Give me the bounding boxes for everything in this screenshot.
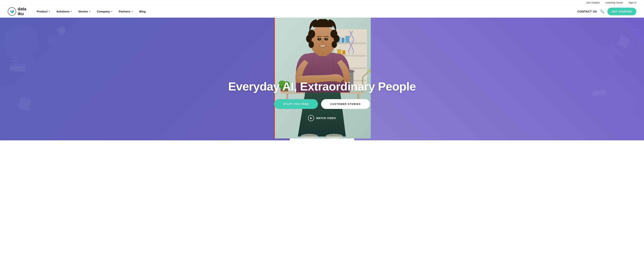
join-link[interactable]: Join Dataiku — [586, 1, 600, 4]
customer-stories-button[interactable]: CUSTOMER STORIES — [321, 99, 370, 109]
svg-rect-2 — [335, 42, 366, 44]
nav-blog[interactable]: Blog — [137, 8, 148, 14]
watch-video-link[interactable]: ▶ WATCH VIDEO — [0, 115, 644, 121]
hero-buttons: START FOR FREE CUSTOMER STORIES — [0, 99, 644, 109]
svg-rect-10 — [342, 50, 346, 55]
learning-center-link[interactable]: Learning Center — [605, 1, 623, 4]
hero-text: Everyday AI, Extraordinary People START … — [0, 80, 644, 121]
product-chevron-icon: ▼ — [48, 10, 50, 12]
nav-solutions[interactable]: Solutions ▼ — [54, 8, 75, 14]
stories-chevron-icon: ▼ — [89, 10, 91, 12]
bird-icon: 🐦 — [10, 9, 14, 14]
main-nav: 🐦 data iku Product ▼ Solutions ▼ Stories… — [0, 5, 644, 18]
search-icon[interactable]: 🔍 — [600, 9, 604, 14]
svg-rect-7 — [342, 38, 344, 42]
svg-point-50 — [308, 41, 314, 48]
svg-point-57 — [326, 38, 327, 39]
play-icon: ▶ — [308, 115, 314, 121]
nav-items: Product ▼ Solutions ▼ Stories ▼ Company … — [34, 8, 577, 14]
bg-shapes-right: AS OF — [354, 18, 644, 140]
nav-right: CONTACT US 🔍 GET STARTED — [578, 8, 636, 15]
hero-right-bg: AS OF — [354, 18, 644, 140]
nav-product[interactable]: Product ▼ — [34, 8, 53, 14]
svg-point-59 — [326, 134, 343, 138]
svg-point-56 — [319, 38, 320, 39]
svg-point-53 — [332, 41, 337, 48]
logo-text: data iku — [18, 7, 26, 16]
hero-title: Everyday AI, Extraordinary People — [0, 80, 644, 93]
partners-chevron-icon: ▼ — [131, 10, 133, 12]
solutions-chevron-icon: ▼ — [70, 10, 72, 12]
logo[interactable]: 🐦 data iku — [8, 7, 26, 16]
svg-point-58 — [301, 134, 318, 138]
hero-left-bg: free requir from dataiku launch — [0, 18, 290, 140]
nav-partners[interactable]: Partners ▼ — [116, 8, 136, 14]
hero-section: free requir from dataiku launch AS OF — [0, 18, 644, 140]
start-for-free-button[interactable]: START FOR FREE — [274, 99, 318, 109]
get-started-button[interactable]: GET STARTED — [607, 8, 636, 15]
contact-us-link[interactable]: CONTACT US — [578, 10, 597, 13]
top-bar: Join Dataiku Learning Center Sign In — [0, 0, 644, 5]
code-overlay: free requir from dataiku launch — [12, 56, 27, 69]
sign-in-link[interactable]: Sign In — [629, 1, 636, 4]
nav-company[interactable]: Company ▼ — [94, 8, 115, 14]
nav-stories[interactable]: Stories ▼ — [76, 8, 94, 14]
bg-shapes-left: free requir from dataiku launch — [0, 18, 290, 140]
watch-video-label: WATCH VIDEO — [316, 117, 336, 120]
company-chevron-icon: ▼ — [111, 10, 113, 12]
logo-circle: 🐦 — [8, 7, 16, 16]
